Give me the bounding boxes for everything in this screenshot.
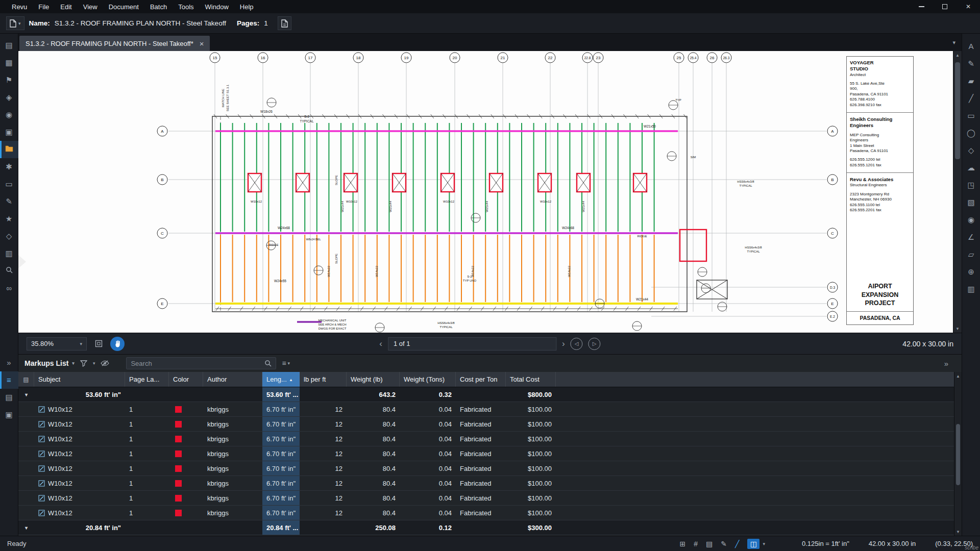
group-row-top[interactable]: ▾53.60 ft' in"53.60 ft' ...643.20.32$800…	[18, 387, 962, 402]
tool-chest-panel[interactable]: ▥	[0, 245, 18, 262]
color-chip[interactable]	[175, 436, 182, 442]
callout-tool[interactable]: ◳	[962, 177, 980, 194]
markup-row[interactable]: W10x121kbriggs6.70 ft' in"1280.40.04Fabr…	[18, 491, 962, 506]
polygon-tool[interactable]: ◇	[962, 142, 980, 159]
scrollbar-track[interactable]	[954, 380, 962, 528]
menu-view[interactable]: View	[78, 3, 103, 11]
ellipse-tool[interactable]: ◯	[962, 124, 980, 142]
links-panel[interactable]: ∞	[0, 280, 18, 297]
document-tab[interactable]: S1.3.2 - ROOF FRAMING PLAN NORTH - Steel…	[19, 36, 210, 51]
menu-batch[interactable]: Batch	[144, 3, 173, 11]
document-status-icon[interactable]: ▤	[706, 540, 713, 548]
layers-panel[interactable]: ◈	[0, 89, 18, 106]
tab-close-icon[interactable]: ×	[200, 39, 204, 48]
document-menu-button[interactable]: ▾	[6, 16, 24, 30]
next-view-button[interactable]: ▷	[589, 338, 601, 350]
column-header-color[interactable]: Color	[169, 372, 203, 387]
color-chip[interactable]	[175, 465, 182, 472]
line-tool-status-icon[interactable]: ╱	[735, 540, 739, 548]
menu-window[interactable]: Window	[200, 3, 234, 11]
markup-row[interactable]: W10x121kbriggs6.70 ft' in"1280.40.04Fabr…	[18, 476, 962, 491]
menu-file[interactable]: File	[33, 3, 55, 11]
column-header-weight-lb[interactable]: Weight (lb)	[347, 372, 400, 387]
column-header-page-la[interactable]: Page La...	[125, 372, 169, 387]
bookmarks-panel[interactable]: ⚑	[0, 71, 18, 89]
stamp-tool[interactable]: ◉	[962, 211, 980, 229]
markup-row[interactable]: W10x121kbriggs6.70 ft' in"1280.40.04Fabr…	[18, 461, 962, 476]
scrollbar-track[interactable]	[953, 59, 962, 324]
scroll-up-icon[interactable]: ▲	[955, 51, 960, 59]
markup-row[interactable]: W10x121kbriggs6.70 ft' in"1280.40.04Fabr…	[18, 506, 962, 520]
text-tool[interactable]: A	[962, 38, 980, 55]
markups-list-dropdown[interactable]: Markups List ▾	[24, 359, 75, 367]
minimize-button[interactable]	[910, 0, 933, 13]
markup-row[interactable]: W10x121kbriggs6.70 ft' in"1280.40.04Fabr…	[18, 446, 962, 461]
summary-panel[interactable]: ▤	[0, 389, 18, 406]
pen-tool[interactable]: ✎	[962, 55, 980, 72]
hide-markups-icon[interactable]	[101, 360, 109, 367]
favorites-panel[interactable]: ★	[0, 210, 18, 228]
file-access-panel[interactable]	[0, 141, 18, 158]
cloud-tool[interactable]: ☁	[962, 159, 980, 177]
markup-row[interactable]: W10x121kbriggs6.70 ft' in"1280.40.04Fabr…	[18, 402, 962, 417]
previous-view-button[interactable]: ◁	[571, 338, 583, 350]
markup-status-icon[interactable]: ✎	[721, 540, 727, 548]
scale-indicator[interactable]: 0.125in = 1ft' in"	[802, 540, 849, 547]
properties-panel[interactable]: ✱	[0, 158, 18, 176]
column-header-author[interactable]: Author	[203, 372, 262, 387]
file-panel[interactable]: ▤	[0, 37, 18, 54]
snap-toggle-icon[interactable]: #	[694, 540, 698, 548]
measurements-panel[interactable]: ▭	[0, 176, 18, 193]
color-chip[interactable]	[175, 495, 182, 502]
select-all-icon[interactable]: ▤	[23, 376, 29, 383]
pan-tool-button[interactable]	[110, 337, 125, 351]
next-page-icon[interactable]: ›	[562, 339, 565, 349]
column-header-lb-per-ft[interactable]: lb per ft	[300, 372, 347, 387]
panel-flyout-arrow[interactable]	[18, 255, 26, 268]
spaces-panel[interactable]: ▣	[0, 123, 18, 141]
scroll-down-icon[interactable]: ▼	[955, 324, 960, 333]
rectangle-tool[interactable]: ▭	[962, 107, 980, 124]
markups-panel-collapse[interactable]: »	[0, 354, 18, 371]
shapes-panel[interactable]: ◇	[0, 228, 18, 245]
column-header-leng[interactable]: Leng...▴	[262, 372, 300, 387]
column-header-subject[interactable]: Subject	[34, 372, 125, 387]
page-setup-button[interactable]	[278, 16, 291, 30]
scroll-down-icon[interactable]: ▼	[956, 528, 960, 536]
maximize-button[interactable]	[933, 0, 957, 13]
capture-panel[interactable]: ▣	[0, 406, 18, 423]
columns-menu-icon[interactable]: ≡▾	[282, 359, 290, 367]
color-chip[interactable]	[175, 450, 182, 457]
grid-toggle-icon[interactable]: ⊞	[680, 540, 686, 548]
markup-tools-panel[interactable]: ✎	[0, 193, 18, 210]
highlight-tool[interactable]: ▰	[962, 72, 980, 90]
image-tool[interactable]: ▧	[962, 194, 980, 211]
places-panel[interactable]: ◉	[0, 106, 18, 123]
markup-mode-chevron-icon[interactable]: ▾	[763, 541, 765, 546]
group-row-bottom[interactable]: ▾20.84 ft' in"20.84 ft' ...250.080.12$30…	[18, 520, 962, 535]
group-collapse-icon[interactable]: ▾	[18, 387, 34, 402]
color-chip[interactable]	[175, 480, 182, 487]
column-header-weight-tons[interactable]: Weight (Tons)	[400, 372, 456, 387]
menu-help[interactable]: Help	[234, 3, 259, 11]
menu-revu[interactable]: Revu	[6, 3, 33, 11]
length-tool[interactable]: ∠	[962, 229, 980, 246]
markups-scrollbar[interactable]: ▲ ▼	[954, 372, 962, 536]
markup-row[interactable]: W10x121kbriggs6.70 ft' in"1280.40.04Fabr…	[18, 417, 962, 432]
scroll-up-icon[interactable]: ▲	[956, 372, 960, 380]
filter-icon[interactable]	[80, 360, 87, 367]
markup-row[interactable]: W10x121kbriggs6.70 ft' in"1280.40.04Fabr…	[18, 432, 962, 446]
group-collapse-icon[interactable]: ▾	[18, 520, 34, 535]
markup-mode-icon[interactable]: ◫	[747, 539, 760, 549]
thumbnails-panel[interactable]: ▦	[0, 54, 18, 71]
canvas-vertical-scrollbar[interactable]: ▲ ▼	[953, 51, 962, 333]
search-input[interactable]	[131, 360, 264, 367]
color-chip[interactable]	[175, 510, 182, 516]
previous-page-icon[interactable]: ‹	[379, 339, 382, 349]
column-header-total-cost[interactable]: Total Cost	[506, 372, 556, 387]
search-panel[interactable]	[0, 262, 18, 280]
drawing-canvas[interactable]: 151617181920212222.8232525.42626.3ABCEAB…	[18, 51, 962, 333]
color-chip[interactable]	[175, 421, 182, 428]
markups-list-panel[interactable]: ≡	[0, 371, 18, 389]
color-chip[interactable]	[175, 406, 182, 413]
